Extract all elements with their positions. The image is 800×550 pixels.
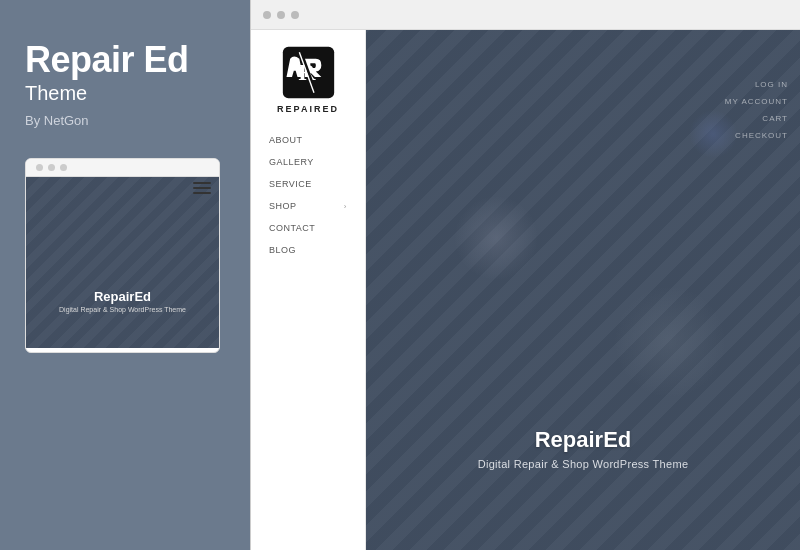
logo-icon: ᴬR xyxy=(281,45,336,100)
hero-title: RepairEd xyxy=(366,427,800,453)
theme-subtitle: Theme xyxy=(25,82,225,105)
browser-preview: ᴬR REPAIRED ABOUT GALLERY S xyxy=(250,0,800,550)
nav-label-contact: CONTACT xyxy=(269,223,315,233)
nav-label-blog: BLOG xyxy=(269,245,296,255)
right-overlay-menu: LOG IN MY ACCOUNT CART CHECKOUT xyxy=(725,80,788,140)
browser-dot-1 xyxy=(263,11,271,19)
browser-body: ᴬR REPAIRED ABOUT GALLERY S xyxy=(251,30,800,550)
mobile-hero-text: RepairEd Digital Repair & Shop WordPress… xyxy=(26,289,219,313)
theme-author: By NetGon xyxy=(25,113,225,128)
logo-text: REPAIRED xyxy=(277,104,339,114)
hero-text-area: RepairEd Digital Repair & Shop WordPress… xyxy=(366,427,800,470)
mobile-hero-desc: Digital Repair & Shop WordPress Theme xyxy=(26,306,219,313)
site-logo-area: ᴬR REPAIRED xyxy=(267,45,349,114)
hero-description: Digital Repair & Shop WordPress Theme xyxy=(366,458,800,470)
mobile-top-bar xyxy=(26,159,219,177)
nav-item-contact[interactable]: CONTACT xyxy=(251,217,365,239)
browser-dot-2 xyxy=(277,11,285,19)
left-info-panel: Repair Ed Theme By NetGon RepairEd Digit… xyxy=(0,0,250,550)
mobile-dot-2 xyxy=(48,164,55,171)
mobile-content: RepairEd Digital Repair & Shop WordPress… xyxy=(26,177,219,348)
mobile-hero-title: RepairEd xyxy=(26,289,219,304)
nav-label-about: ABOUT xyxy=(269,135,303,145)
mobile-preview: RepairEd Digital Repair & Shop WordPress… xyxy=(25,158,220,353)
nav-item-gallery[interactable]: GALLERY xyxy=(251,151,365,173)
mobile-hero-bg xyxy=(26,177,219,348)
site-nav-menu: ABOUT GALLERY SERVICE SHOP › CONTACT BLO… xyxy=(251,129,365,261)
nav-label-service: SERVICE xyxy=(269,179,312,189)
overlay-menu-account: MY ACCOUNT xyxy=(725,97,788,106)
overlay-menu-cart: CART xyxy=(725,114,788,123)
chevron-right-icon: › xyxy=(344,202,347,211)
browser-address-bar xyxy=(251,0,800,30)
nav-item-service[interactable]: SERVICE xyxy=(251,173,365,195)
browser-dot-3 xyxy=(291,11,299,19)
nav-label-gallery: GALLERY xyxy=(269,157,314,167)
overlay-menu-login: LOG IN xyxy=(725,80,788,89)
mobile-dot-3 xyxy=(60,164,67,171)
theme-title: Repair Ed xyxy=(25,40,225,80)
site-main-content: LOG IN MY ACCOUNT CART CHECKOUT RepairEd… xyxy=(366,30,800,550)
overlay-menu-checkout: CHECKOUT xyxy=(725,131,788,140)
site-sidebar: ᴬR REPAIRED ABOUT GALLERY S xyxy=(251,30,366,550)
nav-item-about[interactable]: ABOUT xyxy=(251,129,365,151)
mobile-dot-1 xyxy=(36,164,43,171)
nav-item-blog[interactable]: BLOG xyxy=(251,239,365,261)
hamburger-icon[interactable] xyxy=(193,182,211,194)
nav-item-shop[interactable]: SHOP › xyxy=(251,195,365,217)
nav-label-shop: SHOP xyxy=(269,201,297,211)
